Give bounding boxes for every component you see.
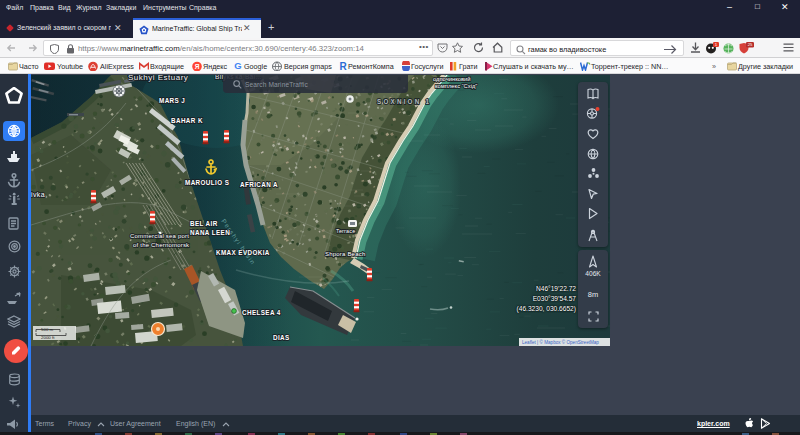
svg-text:комплекс “Схід”: комплекс “Схід” <box>435 83 477 89</box>
svg-text:of the Chernomorsk: of the Chernomorsk <box>133 242 190 248</box>
svg-text:MARS J: MARS J <box>159 97 185 104</box>
svg-text:BEL AIR: BEL AIR <box>190 220 218 227</box>
svg-text:AFRICAN A: AFRICAN A <box>240 181 278 188</box>
svg-text:R: R <box>339 61 347 71</box>
svg-text:Shpora Beach: Shpora Beach <box>325 251 365 257</box>
svg-text:SOXNION 1: SOXNION 1 <box>377 98 431 105</box>
svg-text:500 m: 500 m <box>41 327 54 332</box>
svg-text:2000 ft: 2000 ft <box>41 335 55 340</box>
svg-text:Commercial sea port: Commercial sea port <box>130 233 189 239</box>
svg-text:CHELSEA 4: CHELSEA 4 <box>242 309 281 316</box>
svg-text:одпочинковий: одпочинковий <box>433 76 471 82</box>
svg-text:ivka: ivka <box>31 191 45 198</box>
svg-text:Leaflet | © Mapbox © OpenStree: Leaflet | © Mapbox © OpenStreetMap <box>522 339 599 345</box>
svg-text:DIAS: DIAS <box>273 334 290 341</box>
svg-text:25: 25 <box>748 42 753 47</box>
svg-text:NANA LEEN: NANA LEEN <box>190 229 230 236</box>
svg-text:MAROULIO S: MAROULIO S <box>185 179 229 186</box>
svg-text:Я: Я <box>195 63 200 70</box>
svg-text:G: G <box>234 61 241 71</box>
svg-text:Sukhyi Estuary: Sukhyi Estuary <box>128 75 188 82</box>
svg-text:Terrace: Terrace <box>336 228 355 234</box>
svg-text:BAHAR K: BAHAR K <box>171 117 203 124</box>
